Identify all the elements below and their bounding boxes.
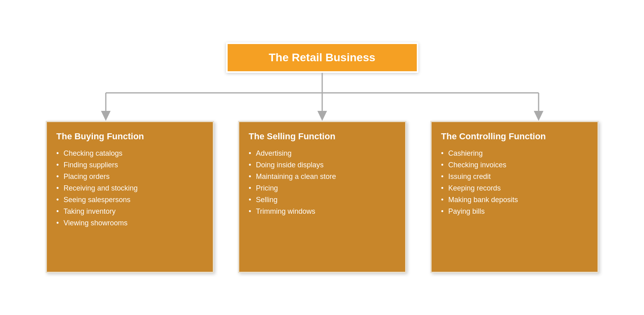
selling-title: The Selling Function (249, 131, 396, 142)
list-item: Advertising (249, 148, 396, 159)
svg-marker-3 (101, 111, 111, 121)
svg-marker-5 (317, 111, 327, 121)
list-item: Issuing credit (441, 171, 588, 183)
list-item: Pricing (249, 183, 396, 194)
list-item: Seeing salespersons (57, 194, 203, 206)
list-item: Doing inside displays (249, 159, 396, 171)
connector-svg (22, 73, 623, 121)
children-row: The Buying Function Checking catalogs Fi… (22, 121, 623, 273)
controlling-box: The Controlling Function Cashiering Chec… (430, 121, 599, 273)
list-item: Checking catalogs (57, 148, 203, 159)
selling-box: The Selling Function Advertising Doing i… (238, 121, 406, 273)
list-item: Making bank deposits (441, 194, 588, 206)
list-item: Keeping records (441, 183, 588, 194)
list-item: Paying bills (441, 206, 588, 217)
list-item: Cashiering (441, 148, 588, 159)
list-item: Trimming windows (249, 206, 396, 217)
buying-list: Checking catalogs Finding suppliers Plac… (57, 148, 203, 229)
list-item: Placing orders (57, 171, 203, 183)
list-item: Finding suppliers (57, 159, 203, 171)
svg-marker-7 (534, 111, 543, 121)
list-item: Maintaining a clean store (249, 171, 396, 183)
list-item: Checking invoices (441, 159, 588, 171)
buying-title: The Buying Function (57, 131, 203, 142)
controlling-title: The Controlling Function (441, 131, 588, 142)
selling-list: Advertising Doing inside displays Mainta… (249, 148, 396, 217)
list-item: Viewing showrooms (57, 217, 203, 229)
controlling-list: Cashiering Checking invoices Issuing cre… (441, 148, 588, 217)
root-node: The Retail Business (226, 42, 418, 73)
list-item: Taking inventory (57, 206, 203, 217)
list-item: Selling (249, 194, 396, 206)
connector-area (22, 73, 623, 121)
list-item: Receiving and stocking (57, 183, 203, 194)
org-diagram: The Retail Business The Buying Function … (22, 42, 623, 273)
buying-box: The Buying Function Checking catalogs Fi… (46, 121, 214, 273)
root-label: The Retail Business (269, 51, 375, 64)
